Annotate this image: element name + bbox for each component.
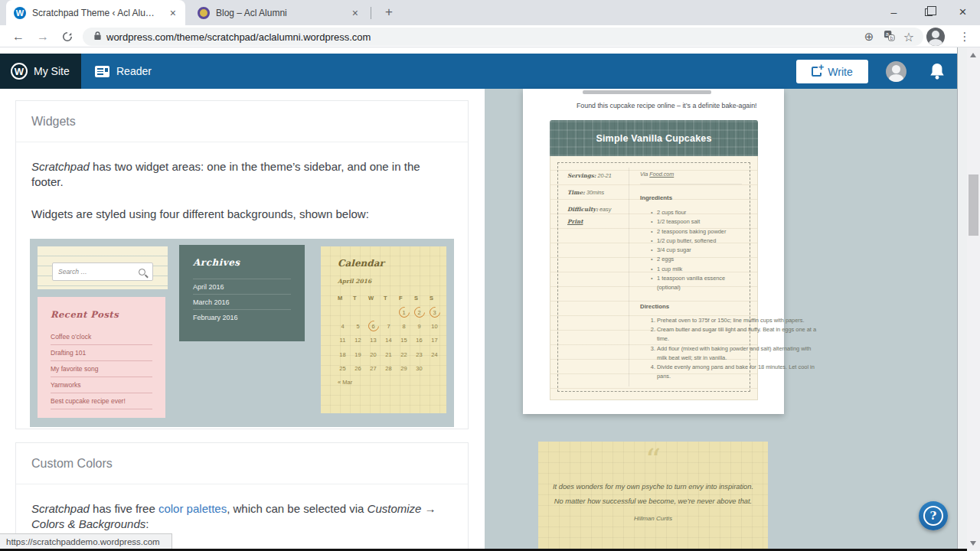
my-site-button[interactable]: W My Site [0, 54, 81, 89]
calendar-day-cell: 24 [430, 347, 445, 362]
zoom-plus-icon[interactable]: ⊕ [859, 30, 879, 44]
calendar-day-cell: 8 [399, 319, 414, 334]
calendar-day-cell: 2 [414, 305, 430, 320]
scrollbar-down-arrow-icon[interactable] [970, 541, 976, 546]
reader-button[interactable]: Reader [81, 54, 165, 89]
meta-label: Difficulty: [567, 206, 598, 213]
calendar-day-cell: 12 [353, 334, 368, 348]
ingredient-item: 1/2 teaspoon salt [651, 217, 742, 227]
translate-icon[interactable]: ab [879, 30, 899, 44]
reload-button[interactable] [57, 25, 78, 47]
custom-colors-heading: Custom Colors [31, 457, 113, 471]
calendar-weekday: M [338, 291, 353, 305]
cutoff-strikethrough-text [583, 90, 711, 94]
scrollbar-thumb[interactable] [969, 174, 978, 236]
calendar-weekday: W [368, 291, 384, 305]
recent-posts-title: Recent Posts [51, 309, 152, 320]
calendar-day-cell: 23 [414, 347, 430, 362]
archives-widget-demo: Archives April 2016March 2016February 20… [179, 245, 305, 341]
recent-post-item: Best cupcake recipe ever! [51, 393, 152, 409]
recipe-card: Simple Vanilla Cupcakes Servings: 20-21T… [550, 120, 758, 400]
archives-title: Archives [193, 257, 291, 268]
close-window-button[interactable]: × [946, 0, 980, 24]
blog-preview-page: Found this cupcake recipe online – it’s … [523, 89, 784, 414]
recipe-card-body: Servings: 20-21Time: 30minsDifficulty: e… [550, 156, 758, 400]
calendar-day-cell: 30 [414, 362, 430, 377]
calendar-month-label: April 2016 [338, 278, 446, 285]
forward-button[interactable]: → [32, 25, 54, 47]
chrome-profile-avatar[interactable] [926, 28, 945, 46]
ingredient-item: 3/4 cup sugar [651, 246, 742, 255]
color-palettes-link[interactable]: color palettes [158, 502, 227, 515]
calendar-day-cell: 29 [399, 362, 414, 377]
search-input: Search … [52, 262, 153, 281]
direction-step: Add flour (mixed with baking powder and … [657, 344, 818, 364]
calendar-day-cell [338, 305, 353, 320]
calendar-day-cell: 15 [399, 334, 414, 348]
recipe-meta-row: Difficulty: easy [567, 206, 622, 213]
help-button[interactable]: ? [919, 501, 948, 530]
calendar-day-cell: 10 [430, 319, 445, 334]
theme-name: Scratchpad [31, 160, 90, 173]
window-controls: – × [877, 0, 980, 24]
wp-profile-avatar[interactable] [886, 61, 906, 82]
new-tab-button[interactable]: + [380, 4, 398, 22]
bookmark-star-icon[interactable]: ☆ [899, 30, 919, 44]
custom-colors-paragraph: Scratchpad has five free color palettes,… [31, 501, 452, 532]
page-scrollbar[interactable] [967, 47, 980, 551]
meta-label: Time: [567, 189, 585, 196]
recent-posts-widget-demo: Recent Posts Coffee o’clockDrafting 101M… [38, 297, 165, 418]
tab-close-icon[interactable]: × [168, 7, 178, 19]
calendar-day-cell: 14 [384, 334, 399, 348]
restore-button[interactable] [911, 0, 946, 24]
calendar-day-cell: 18 [338, 347, 353, 362]
calendar-weekday: T [353, 291, 368, 305]
address-bar[interactable]: wordpress.com/theme/scratchpad/aclalumni… [83, 28, 923, 46]
widget-styles-demo-image: Search … Recent Posts Coffee o’clockDraf… [30, 239, 454, 427]
tab-close-icon[interactable]: × [351, 7, 360, 19]
calendar-day-cell: 17 [430, 334, 445, 348]
calendar-day-cell [368, 305, 384, 320]
calendar-weekday: S [414, 291, 430, 305]
svg-text:b: b [890, 35, 893, 41]
calendar-day-cell: 25 [338, 362, 353, 377]
write-button[interactable]: Write [796, 60, 868, 83]
meta-label: Servings: [567, 172, 596, 179]
calendar-day-cell: 5 [353, 319, 368, 334]
direction-step: Cream butter and sugar till light and fl… [657, 325, 818, 344]
tab-scratchpad-theme[interactable]: W Scratchpad Theme ‹ Acl Alumni – × [6, 0, 185, 25]
recipe-meta-row: Time: 30mins [567, 189, 622, 196]
calendar-prev-month-link: « Mar [338, 379, 446, 386]
calendar-day-cell: 1 [399, 305, 414, 320]
via-text: Via [640, 171, 649, 178]
scrollbar-up-arrow-icon[interactable] [970, 53, 976, 57]
recipe-card-header: Simple Vanilla Cupcakes [550, 120, 758, 156]
chrome-menu-icon[interactable]: ⋮ [954, 25, 975, 47]
ingredient-item: 2 cups flour [651, 208, 742, 217]
widgets-section-header: Widgets [16, 101, 468, 142]
archive-item: March 2016 [193, 294, 291, 309]
custom-colors-section-header: Custom Colors [16, 443, 468, 484]
search-icon [139, 269, 145, 276]
help-icon: ? [923, 506, 943, 526]
blog-favicon-icon [198, 7, 210, 19]
meta-value: 30mins [586, 189, 604, 196]
recipe-meta-column: Servings: 20-21Time: 30minsDifficulty: e… [567, 172, 622, 223]
quote-icon: “ [538, 445, 768, 477]
calendar-day-cell [430, 362, 445, 377]
back-button[interactable]: ← [8, 25, 29, 47]
calendar-widget-demo: Calendar April 2016 MTWTFSS1234567891011… [321, 246, 446, 413]
calendar-day-cell: 21 [384, 347, 399, 362]
ingredient-item: 2 teaspoons baking powder [651, 227, 742, 236]
calendar-weekday: S [430, 291, 445, 305]
search-widget-demo: Search … [38, 246, 168, 289]
tab-blog[interactable]: Blog – Acl Alumni × [190, 0, 368, 25]
question-glyph: ? [930, 509, 937, 523]
ingredient-item: 1/2 cup butter, softened [651, 236, 742, 246]
recipe-main-column: Via Food.com Ingredients 2 cups flour1/2… [640, 171, 742, 382]
minimize-button[interactable]: – [877, 0, 911, 24]
write-label: Write [828, 66, 852, 78]
notifications-bell-icon[interactable] [929, 62, 946, 83]
url-text: wordpress.com/theme/scratchpad/aclalumni… [106, 31, 859, 43]
directions-heading: Directions [640, 303, 742, 310]
